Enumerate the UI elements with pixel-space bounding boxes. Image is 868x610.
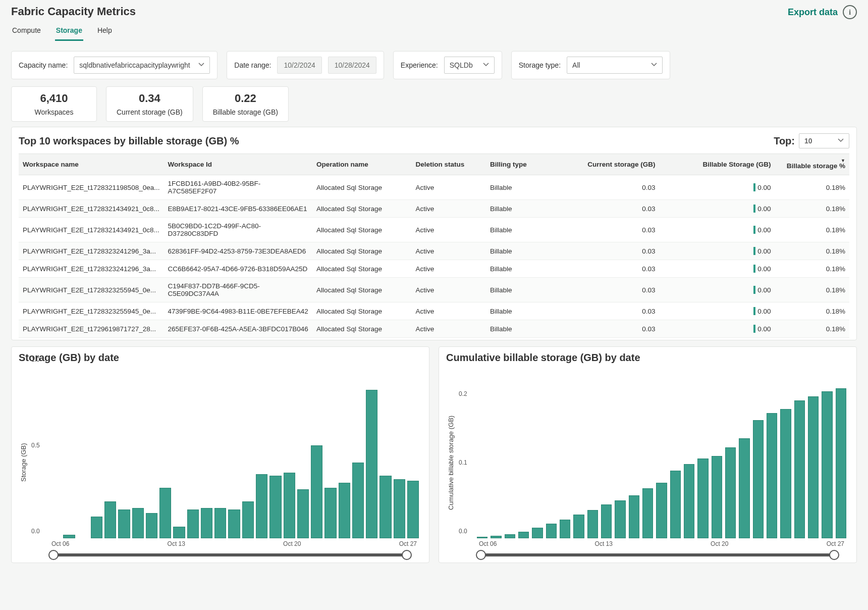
chart-bar[interactable]	[656, 483, 667, 538]
chart-plot-area[interactable]	[49, 370, 419, 538]
date-start-field[interactable]: 10/2/2024	[277, 57, 321, 74]
slider-handle-right[interactable]	[402, 550, 412, 560]
chart-bar[interactable]	[684, 464, 694, 538]
date-end-field[interactable]: 10/28/2024	[328, 57, 376, 74]
chart-bar[interactable]	[228, 510, 240, 538]
chart-bar[interactable]	[712, 456, 722, 538]
chart-bar[interactable]	[505, 534, 515, 538]
chart-bar[interactable]	[407, 481, 419, 538]
chart-bar[interactable]	[477, 537, 487, 538]
slider-handle-right[interactable]	[829, 550, 839, 560]
chart-title: Storage (GB) by date	[19, 352, 422, 364]
chart-bar[interactable]	[670, 471, 681, 538]
table-row[interactable]: PLAYWRIGHT_E2E_t1728323255945_0e...4739F…	[19, 302, 849, 320]
chart-bar[interactable]	[132, 508, 144, 538]
chart-bar[interactable]	[546, 524, 557, 538]
kpi-value: 0.22	[213, 92, 278, 105]
export-data-link[interactable]: Export data	[788, 7, 838, 18]
table-row[interactable]: PLAYWRIGHT_E2E_t1728321434921_0c8...5B0C…	[19, 218, 849, 242]
chart-bar[interactable]	[753, 420, 764, 538]
chart-bar[interactable]	[118, 510, 130, 538]
kpi-label: Current storage (GB)	[117, 108, 183, 116]
chart-bar[interactable]	[725, 447, 736, 538]
cell-ws: PLAYWRIGHT_E2E_t1728321434921_0c8...	[19, 218, 164, 242]
storage-type-dropdown[interactable]: All	[567, 57, 663, 74]
chart-bar[interactable]	[615, 500, 625, 538]
chart-bar[interactable]	[173, 527, 185, 538]
x-tick: Oct 27	[827, 540, 844, 547]
range-slider[interactable]	[481, 553, 834, 556]
chart-bar[interactable]	[642, 488, 653, 538]
chart-bar[interactable]	[256, 474, 267, 538]
chart-bar[interactable]	[697, 459, 708, 538]
cell-ws: PLAYWRIGHT_E2E_t1728323241296_3a...	[19, 260, 164, 278]
y-tick: 0.5	[31, 442, 40, 449]
chart-bar[interactable]	[214, 508, 226, 538]
column-header[interactable]: Operation name	[312, 154, 411, 175]
column-header[interactable]: Billing type	[486, 154, 560, 175]
chart-bar[interactable]	[366, 390, 377, 538]
chart-bar[interactable]	[836, 388, 846, 538]
chart-bar[interactable]	[187, 510, 199, 538]
chart-bar[interactable]	[822, 391, 832, 538]
cell-bill: Billable	[486, 242, 560, 260]
cell-id: 5B0C9BD0-1C2D-499F-AC80-D37280C83DFD	[164, 218, 312, 242]
chart-bar[interactable]	[518, 532, 529, 538]
chart-bar[interactable]	[629, 495, 639, 539]
chart-bar[interactable]	[297, 489, 309, 538]
chart-bar[interactable]	[532, 528, 542, 538]
column-header[interactable]: Workspace Id	[164, 154, 312, 175]
chart-bar[interactable]	[269, 476, 281, 538]
chart-bar[interactable]	[91, 517, 102, 538]
range-slider[interactable]	[53, 553, 407, 556]
table-row[interactable]: PLAYWRIGHT_E2E_t1729619871727_28...265EF…	[19, 320, 849, 338]
table-row[interactable]: PLAYWRIGHT_E2E_t1728323241296_3a...62836…	[19, 242, 849, 260]
table-row[interactable]: PLAYWRIGHT_E2E_t1728321434921_0c8...E8B9…	[19, 200, 849, 218]
table-row[interactable]: PLAYWRIGHT_E2E_t1728323241296_3a...CC6B6…	[19, 260, 849, 278]
chart-bar[interactable]	[794, 400, 805, 538]
chart-bar[interactable]	[352, 463, 364, 538]
chart-bar[interactable]	[808, 396, 819, 538]
chart-bar[interactable]	[324, 488, 336, 538]
x-axis: Oct 06Oct 13Oct 20Oct 27	[28, 538, 422, 547]
chart-bar[interactable]	[339, 483, 350, 538]
cell-op: Allocated Sql Storage	[312, 242, 411, 260]
chart-bar[interactable]	[767, 413, 777, 538]
tab-compute[interactable]: Compute	[11, 23, 42, 41]
chart-bar[interactable]	[573, 515, 584, 538]
experience-dropdown[interactable]: SQLDb	[444, 57, 495, 74]
column-header[interactable]: Workspace name	[19, 154, 164, 175]
slider-handle-left[interactable]	[476, 550, 486, 560]
chart-bar[interactable]	[104, 501, 116, 538]
top-dropdown[interactable]: 10	[799, 133, 849, 148]
chart-bar[interactable]	[491, 536, 501, 538]
chart-bar[interactable]	[739, 438, 749, 538]
chart-plot-area[interactable]	[477, 370, 846, 538]
column-header[interactable]: Deletion status	[412, 154, 486, 175]
chart-bar[interactable]	[201, 508, 212, 538]
capacity-name-dropdown[interactable]: sqldbnativefabriccapacityplaywright	[74, 57, 210, 74]
chart-bar[interactable]	[284, 473, 295, 538]
chart-bar[interactable]	[780, 409, 791, 539]
cell-del: Active	[412, 278, 486, 302]
column-header[interactable]: Current storage (GB)	[560, 154, 659, 175]
table-row[interactable]: PLAYWRIGHT_E2E_t1728321198508_0ea...1FCB…	[19, 175, 849, 200]
tab-storage[interactable]: Storage	[55, 23, 83, 41]
table-row[interactable]: PLAYWRIGHT_E2E_t1728323255945_0e...C194F…	[19, 278, 849, 302]
info-icon[interactable]: i	[843, 5, 857, 19]
x-tick: Oct 20	[711, 540, 728, 547]
chart-bar[interactable]	[311, 445, 322, 538]
chart-bar[interactable]	[379, 476, 391, 538]
column-header[interactable]: Billable Storage (GB)	[660, 154, 775, 175]
chart-bar[interactable]	[146, 513, 157, 538]
chart-bar[interactable]	[63, 535, 75, 538]
chart-bar[interactable]	[159, 488, 171, 538]
tab-help[interactable]: Help	[96, 23, 113, 41]
chart-bar[interactable]	[242, 501, 254, 538]
slider-handle-left[interactable]	[48, 550, 59, 560]
chart-bar[interactable]	[601, 504, 612, 538]
chart-bar[interactable]	[587, 510, 598, 538]
column-header[interactable]: ▼Billable storage %	[775, 154, 849, 175]
chart-bar[interactable]	[394, 479, 405, 538]
chart-bar[interactable]	[560, 520, 570, 538]
